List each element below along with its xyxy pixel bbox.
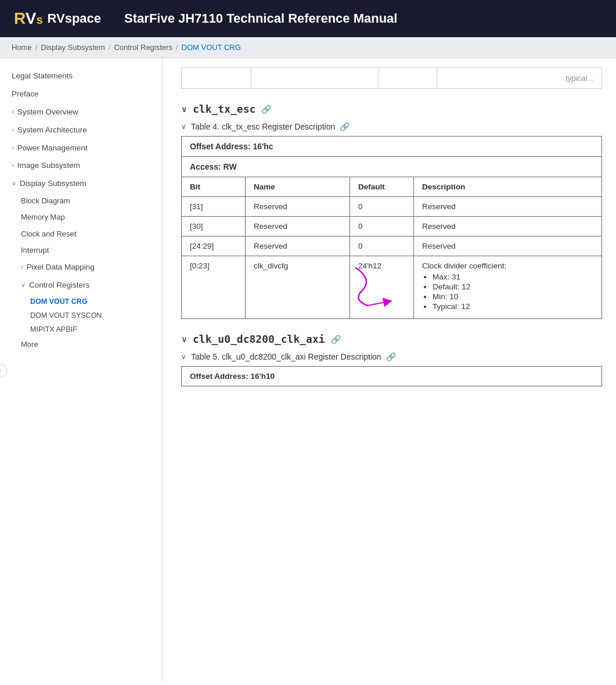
register-table-4: Offset Address: 16'hc Access: RW Bit Nam… xyxy=(181,136,602,319)
section2-anchor[interactable]: 🔗 xyxy=(331,335,341,344)
breadcrumb: Home / Display Subsystem / Control Regis… xyxy=(0,37,616,58)
sidebar-item-system-arch[interactable]: › System Architecture xyxy=(0,121,162,139)
sidebar-item-dom-vout-crg[interactable]: DOM VOUT CRG xyxy=(0,295,162,309)
breadcrumb-current: DOM VOUT CRG xyxy=(182,43,241,52)
section1-name: clk_tx_esc xyxy=(193,103,255,115)
section1-anchor[interactable]: 🔗 xyxy=(261,105,271,114)
sidebar-item-control-registers[interactable]: ∨ Control Registers xyxy=(0,277,162,295)
table-row: typical... xyxy=(182,68,602,89)
table5-header: ∨ Table 5. clk_u0_dc8200_clk_axi Registe… xyxy=(181,352,602,361)
table4-label: Table 4. clk_tx_esc Register Description xyxy=(191,122,335,131)
logo-brand-text: RVspace xyxy=(48,11,102,26)
sidebar-item-power-mgmt[interactable]: › Power Management xyxy=(0,139,162,157)
sidebar-item-image-subsystem[interactable]: › Image Subsystem xyxy=(0,157,162,175)
sidebar-item-pixel-data-mapping[interactable]: › Pixel Data Mapping xyxy=(0,259,162,277)
chevron-down-icon: ∨ xyxy=(12,180,16,187)
breadcrumb-home[interactable]: Home xyxy=(12,43,32,52)
section2-header: ∨ clk_u0_dc8200_clk_axi 🔗 xyxy=(181,333,602,345)
table-row: [31] Reserved 0 Reserved xyxy=(182,197,602,217)
sidebar: ‹ Legal Statements Preface › System Over… xyxy=(0,58,163,683)
access-type: Access: RW xyxy=(182,157,602,177)
chevron-right-icon: › xyxy=(12,144,14,151)
chevron-right-icon: › xyxy=(12,162,14,168)
partial-cell-typical: typical... xyxy=(437,68,602,89)
col-description: Description xyxy=(414,177,602,197)
table-row: Offset Address: 16'h10 xyxy=(182,367,602,386)
sidebar-item-interrupt[interactable]: Interrupt xyxy=(0,242,162,259)
svg-line-0 xyxy=(368,302,388,306)
chevron-right-icon: › xyxy=(12,126,14,133)
sidebar-item-mipitx-apbif[interactable]: MIPITX APBIF xyxy=(0,322,162,336)
table-row: [24:29] Reserved 0 Reserved xyxy=(182,236,602,256)
col-bit: Bit xyxy=(182,177,246,197)
logo-rv: RVs xyxy=(14,9,43,28)
sidebar-item-memory-map[interactable]: Memory Map xyxy=(0,209,162,225)
table5-anchor[interactable]: 🔗 xyxy=(386,352,396,361)
sidebar-item-more[interactable]: More xyxy=(0,336,162,353)
chevron-right-icon: › xyxy=(21,263,23,270)
section1-chevron[interactable]: ∨ xyxy=(181,105,187,114)
partial-top-table: typical... xyxy=(181,67,602,89)
access-row: Access: RW xyxy=(182,157,602,177)
sidebar-item-legal[interactable]: Legal Statements xyxy=(0,67,162,85)
section1-header: ∨ clk_tx_esc 🔗 xyxy=(181,103,602,115)
sidebar-item-preface[interactable]: Preface xyxy=(0,85,162,103)
offset-address-2: Offset Address: 16'h10 xyxy=(182,367,602,386)
table5-chevron[interactable]: ∨ xyxy=(181,353,186,361)
column-header-row: Bit Name Default Description xyxy=(182,177,602,197)
register-table-5-partial: Offset Address: 16'h10 xyxy=(181,366,602,386)
sidebar-item-dom-vout-syscon[interactable]: DOM VOUT SYSCON xyxy=(0,309,162,322)
main-layout: ‹ Legal Statements Preface › System Over… xyxy=(0,58,616,683)
app-header: RVs RVspace StarFive JH7110 Technical Re… xyxy=(0,0,616,37)
table-row: [30] Reserved 0 Reserved xyxy=(182,217,602,236)
offset-row: Offset Address: 16'hc xyxy=(182,137,602,157)
sidebar-item-clock-reset[interactable]: Clock and Reset xyxy=(0,226,162,242)
sidebar-item-block-diagram[interactable]: Block Diagram xyxy=(0,193,162,209)
col-name: Name xyxy=(246,177,350,197)
table4-chevron[interactable]: ∨ xyxy=(181,123,186,131)
logo: RVs RVspace xyxy=(14,9,101,28)
main-content: typical... ∨ clk_tx_esc 🔗 ∨ Table 4. clk… xyxy=(163,58,616,683)
breadcrumb-display-subsystem[interactable]: Display Subsystem xyxy=(41,43,105,52)
table4-header: ∨ Table 4. clk_tx_esc Register Descripti… xyxy=(181,122,602,131)
chevron-right-icon: › xyxy=(12,108,14,115)
default-cell-annotated: 24'h12 xyxy=(350,256,414,319)
table-row-clk-divcfg: [0:23] clk_divcfg 24'h12 xyxy=(182,256,602,319)
page-title: StarFive JH7110 Technical Reference Manu… xyxy=(124,11,397,26)
table4-anchor[interactable]: 🔗 xyxy=(340,122,350,131)
sidebar-toggle[interactable]: ‹ xyxy=(0,364,7,378)
section2-name: clk_u0_dc8200_clk_axi xyxy=(193,333,325,345)
offset-address: Offset Address: 16'hc xyxy=(182,137,602,157)
sidebar-item-display-subsystem[interactable]: ∨ Display Subsystem xyxy=(0,175,162,193)
sidebar-item-system-overview[interactable]: › System Overview xyxy=(0,103,162,121)
table5-label: Table 5. clk_u0_dc8200_clk_axi Register … xyxy=(191,352,381,361)
chevron-down-icon: ∨ xyxy=(21,281,26,289)
section2-chevron[interactable]: ∨ xyxy=(181,335,187,344)
col-default: Default xyxy=(350,177,414,197)
breadcrumb-control-registers[interactable]: Control Registers xyxy=(114,43,172,52)
